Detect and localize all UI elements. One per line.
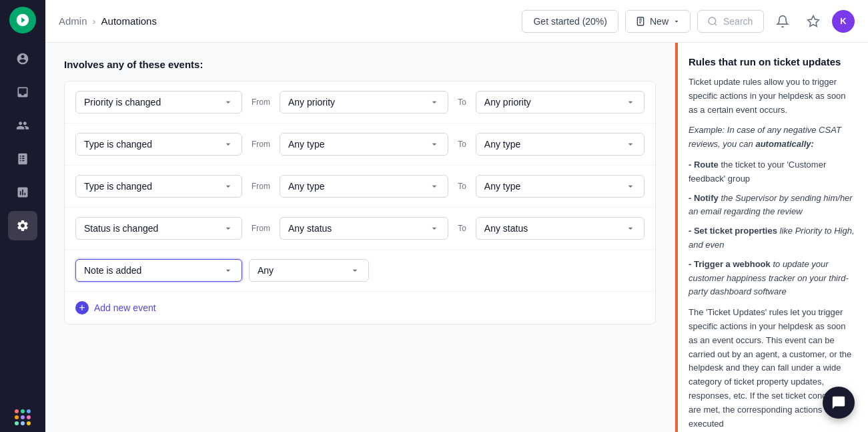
main-content: Admin › Automations Get started (20%) Ne… bbox=[45, 0, 868, 432]
to-value-select-1[interactable]: Any priority bbox=[476, 91, 644, 114]
content-area: Involves any of these events: Priority i… bbox=[45, 43, 868, 432]
sidebar-item-face[interactable] bbox=[8, 44, 37, 73]
right-panel-item-4: - Trigger a webhook to update your custo… bbox=[689, 258, 855, 299]
event-row-5: Note is added Any bbox=[65, 250, 655, 292]
event-row-4: Status is changed From Any status To Any… bbox=[65, 208, 655, 250]
to-value-3: Any type bbox=[484, 181, 520, 192]
from-value-2: Any type bbox=[288, 139, 324, 150]
event-type-select-2[interactable]: Type is changed bbox=[75, 133, 242, 156]
section-title: Involves any of these events: bbox=[64, 59, 656, 70]
dot-1 bbox=[15, 409, 19, 413]
search-icon bbox=[707, 16, 718, 27]
to-value-2: Any type bbox=[484, 139, 520, 150]
event-type-label-3: Type is changed bbox=[84, 181, 152, 192]
add-event-label: Add new event bbox=[94, 302, 156, 313]
chat-button[interactable] bbox=[823, 387, 855, 419]
chevron-down-icon-3 bbox=[223, 181, 234, 192]
from-label-3: From bbox=[249, 182, 273, 191]
right-panel-para-2: Example: In case of any negative CSAT re… bbox=[689, 124, 855, 152]
sidebar-item-chart[interactable] bbox=[8, 178, 37, 207]
right-panel-item-3: - Set ticket properties like Priority to… bbox=[689, 224, 855, 252]
chevron-down-icon-to-2 bbox=[625, 139, 636, 150]
from-value-select-2[interactable]: Any type bbox=[280, 133, 448, 156]
dot-7 bbox=[15, 421, 19, 425]
event-type-select-1[interactable]: Priority is changed bbox=[75, 91, 242, 114]
event-type-label-4: Status is changed bbox=[84, 223, 158, 234]
add-event-row[interactable]: + Add new event bbox=[65, 292, 655, 324]
to-label-4: To bbox=[455, 224, 469, 233]
from-value-select-3[interactable]: Any type bbox=[280, 175, 448, 198]
event-row-2: Type is changed From Any type To Any typ… bbox=[65, 124, 655, 166]
to-value-4: Any status bbox=[484, 223, 528, 234]
event-type-label-1: Priority is changed bbox=[84, 97, 161, 107]
ai-icon[interactable] bbox=[801, 9, 825, 33]
document-icon bbox=[635, 16, 646, 27]
note-value-select[interactable]: Any bbox=[249, 259, 369, 282]
to-value-select-2[interactable]: Any type bbox=[476, 133, 644, 156]
search-label: Search bbox=[723, 16, 753, 27]
chat-icon bbox=[831, 395, 846, 410]
event-type-select-3[interactable]: Type is changed bbox=[75, 175, 242, 198]
chevron-down-icon-to-1 bbox=[625, 97, 636, 107]
from-value-3: Any type bbox=[288, 181, 324, 192]
chevron-down-icon-1 bbox=[223, 97, 234, 107]
new-label: New bbox=[650, 16, 669, 27]
breadcrumb-current: Automations bbox=[101, 15, 157, 27]
sidebar-item-book[interactable] bbox=[8, 144, 37, 174]
chevron-down-icon-note bbox=[350, 265, 360, 276]
event-type-select-4[interactable]: Status is changed bbox=[75, 217, 242, 240]
sidebar-item-settings[interactable] bbox=[8, 211, 37, 240]
from-label-4: From bbox=[249, 224, 273, 233]
right-panel-item-1: - Route the ticket to your 'Customer fee… bbox=[689, 158, 855, 186]
dot-5 bbox=[21, 415, 25, 419]
get-started-button[interactable]: Get started (20%) bbox=[522, 10, 618, 33]
events-container: Priority is changed From Any priority To… bbox=[64, 81, 656, 325]
right-panel: Rules that run on ticket updates Ticket … bbox=[675, 43, 868, 432]
dot-8 bbox=[21, 421, 25, 425]
notifications-icon[interactable] bbox=[771, 9, 795, 33]
event-type-label-2: Type is changed bbox=[84, 139, 152, 150]
sidebar-item-inbox[interactable] bbox=[8, 77, 37, 107]
dot-6 bbox=[27, 415, 31, 419]
sidebar-item-contacts[interactable] bbox=[8, 111, 37, 140]
to-value-1: Any priority bbox=[484, 97, 531, 107]
from-label-2: From bbox=[249, 140, 273, 149]
right-panel-para-1: Ticket update rules allow you to trigger… bbox=[689, 75, 855, 117]
chevron-down-icon-from-1 bbox=[429, 97, 440, 107]
to-value-select-4[interactable]: Any status bbox=[476, 217, 644, 240]
event-row-3: Type is changed From Any type To Any typ… bbox=[65, 166, 655, 208]
header: Admin › Automations Get started (20%) Ne… bbox=[45, 0, 868, 43]
to-label-1: To bbox=[455, 97, 469, 107]
note-value: Any bbox=[258, 265, 274, 276]
breadcrumb-separator: › bbox=[93, 15, 96, 27]
event-row-1: Priority is changed From Any priority To… bbox=[65, 81, 655, 124]
dot-2 bbox=[21, 409, 25, 413]
chevron-down-icon-to-3 bbox=[625, 181, 636, 192]
sidebar bbox=[0, 0, 45, 432]
app-logo[interactable] bbox=[9, 7, 36, 33]
chevron-down-icon-from-4 bbox=[429, 223, 440, 234]
chevron-down-icon-4 bbox=[223, 223, 234, 234]
event-type-select-5[interactable]: Note is added bbox=[75, 259, 242, 282]
chevron-down-icon-5 bbox=[223, 265, 234, 276]
chevron-down-icon-to-4 bbox=[625, 223, 636, 234]
dot-4 bbox=[15, 415, 19, 419]
new-button[interactable]: New bbox=[625, 10, 691, 33]
from-value-4: Any status bbox=[288, 223, 332, 234]
from-value-select-4[interactable]: Any status bbox=[280, 217, 448, 240]
to-value-select-3[interactable]: Any type bbox=[476, 175, 644, 198]
chevron-down-icon-from-3 bbox=[429, 181, 440, 192]
breadcrumb: Admin › Automations bbox=[59, 15, 514, 27]
dot-3 bbox=[27, 409, 31, 413]
from-label-1: From bbox=[249, 97, 273, 107]
sidebar-dots bbox=[15, 409, 31, 425]
search-button[interactable]: Search bbox=[697, 10, 764, 33]
dot-9 bbox=[27, 421, 31, 425]
from-value-select-1[interactable]: Any priority bbox=[280, 91, 448, 114]
to-label-3: To bbox=[455, 182, 469, 191]
left-panel: Involves any of these events: Priority i… bbox=[45, 43, 675, 432]
breadcrumb-admin[interactable]: Admin bbox=[59, 15, 87, 27]
event-type-label-5: Note is added bbox=[84, 265, 141, 276]
user-avatar[interactable]: K bbox=[832, 10, 855, 33]
add-event-icon: + bbox=[75, 301, 89, 314]
